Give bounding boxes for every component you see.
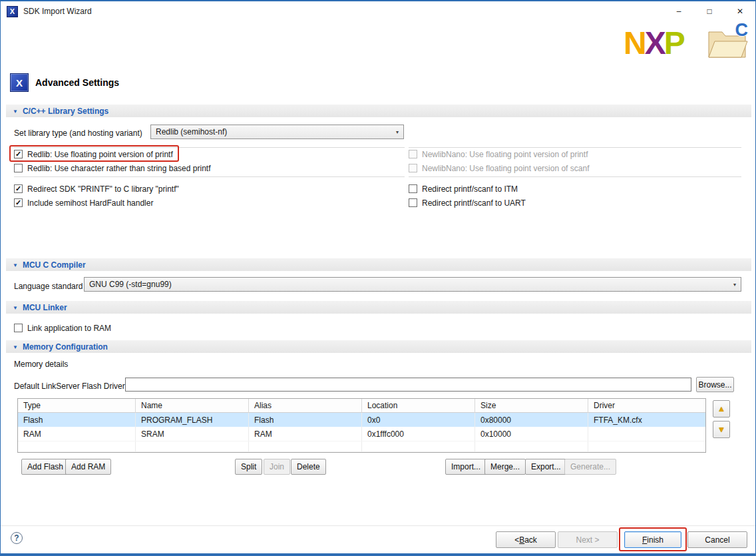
- checkbox-label: Redirect printf/scanf to ITM: [422, 184, 518, 194]
- cancel-button[interactable]: Cancel: [687, 531, 747, 548]
- import-button[interactable]: Import...: [445, 459, 486, 475]
- check-icon: ✓: [15, 150, 21, 158]
- nxp-letter-x: X: [645, 25, 664, 61]
- checkbox-redlib-char-printf[interactable]: Redlib: Use character rather than string…: [14, 163, 210, 173]
- checkbox-label: Link application to RAM: [27, 324, 111, 333]
- cell-name: PROGRAM_FLASH: [136, 413, 249, 427]
- nxp-logo: NXP: [624, 27, 683, 59]
- export-button[interactable]: Export...: [525, 459, 567, 475]
- merge-button[interactable]: Merge...: [484, 459, 526, 475]
- next-button: Next >: [558, 531, 618, 548]
- collapse-icon: ▼: [13, 262, 18, 268]
- checkbox-box-unchecked: [14, 324, 23, 332]
- cell-alias: RAM: [249, 427, 362, 441]
- join-button: Join: [264, 459, 290, 475]
- section-compiler-title: MCU C Compiler: [23, 260, 86, 270]
- section-mcu-c-compiler[interactable]: ▼ MCU C Compiler: [6, 258, 751, 271]
- back-prefix: <: [514, 535, 519, 545]
- back-rest: ack: [524, 535, 537, 545]
- help-icon[interactable]: ?: [11, 532, 23, 544]
- advanced-settings-icon-letter: X: [16, 77, 23, 89]
- maximize-button[interactable]: □: [694, 1, 725, 21]
- section-mcu-linker[interactable]: ▼ MCU Linker: [6, 301, 751, 314]
- checkbox-box-checked: ✓: [14, 150, 23, 158]
- checkbox-newlibnano-float-printf: NewlibNano: Use floating point version o…: [409, 149, 588, 159]
- checkbox-redirect-itm[interactable]: Redirect printf/scanf to ITM: [409, 184, 518, 194]
- finish-mnemonic: F: [642, 535, 647, 545]
- separator-line: [409, 176, 741, 177]
- checkbox-label: Include semihost HardFault handler: [27, 198, 153, 208]
- table-row-flash[interactable]: Flash PROGRAM_FLASH Flash 0x0 0x80000 FT…: [18, 413, 705, 427]
- cell-empty: [18, 441, 136, 451]
- cell-driver: [588, 427, 705, 441]
- cell-driver: FTFA_KM.cfx: [588, 413, 705, 427]
- checkbox-redlib-float-printf[interactable]: ✓ Redlib: Use floating point version of …: [14, 149, 173, 159]
- checkbox-redirect-uart[interactable]: Redirect printf/scanf to UART: [409, 198, 526, 208]
- checkbox-label: Redirect SDK "PRINTF" to C library "prin…: [27, 184, 179, 194]
- column-header-driver[interactable]: Driver: [588, 399, 705, 413]
- add-flash-button[interactable]: Add Flash: [21, 459, 69, 475]
- delete-button[interactable]: Delete: [291, 459, 326, 475]
- table-row-empty[interactable]: [18, 441, 705, 452]
- section-memory-configuration[interactable]: ▼ Memory Configuration: [6, 340, 751, 353]
- cell-empty: [362, 441, 475, 451]
- section-library-settings[interactable]: ▼ C/C++ Library Settings: [6, 105, 751, 117]
- footer-separator: [1, 525, 755, 526]
- checkbox-include-semihost-hardfault[interactable]: ✓ Include semihost HardFault handler: [14, 198, 153, 208]
- close-button[interactable]: ✕: [725, 1, 755, 21]
- finish-button[interactable]: Finish: [624, 531, 681, 548]
- checkbox-redirect-sdk-printf[interactable]: ✓ Redirect SDK "PRINTF" to C library "pr…: [14, 184, 179, 194]
- memory-table-header: Type Name Alias Location Size Driver: [18, 399, 705, 413]
- nxp-letter-p: P: [664, 25, 683, 61]
- column-header-location[interactable]: Location: [362, 399, 475, 413]
- library-type-combo[interactable]: Redlib (semihost-nf) ▾: [150, 125, 404, 139]
- cell-location: 0x0: [362, 413, 475, 427]
- move-down-button[interactable]: ▼: [713, 421, 730, 438]
- checkbox-label: Redlib: Use floating point version of pr…: [27, 150, 173, 159]
- browse-button[interactable]: Browse...: [696, 377, 734, 392]
- column-header-alias[interactable]: Alias: [249, 399, 362, 413]
- app-icon-letter: X: [10, 7, 15, 15]
- cell-empty: [588, 441, 705, 451]
- cell-empty: [249, 441, 362, 451]
- language-standard-label: Language standard: [14, 282, 83, 291]
- split-button[interactable]: Split: [235, 459, 262, 475]
- move-up-button[interactable]: ▲: [713, 400, 730, 417]
- cell-name: SRAM: [136, 427, 249, 441]
- nxp-letter-n: N: [624, 25, 645, 61]
- cell-location: 0x1fffc000: [362, 427, 475, 441]
- language-standard-combo[interactable]: GNU C99 (-std=gnu99) ▾: [84, 277, 741, 292]
- language-standard-value: GNU C99 (-std=gnu99): [89, 280, 172, 289]
- column-header-type[interactable]: Type: [18, 399, 136, 413]
- collapse-icon: ▼: [13, 344, 18, 350]
- minimize-button[interactable]: –: [663, 1, 694, 21]
- library-type-value: Redlib (semihost-nf): [156, 127, 227, 137]
- back-button[interactable]: < Back: [496, 531, 556, 548]
- up-arrow-icon: ▲: [717, 404, 725, 414]
- table-row-ram[interactable]: RAM SRAM RAM 0x1fffc000 0x10000: [18, 427, 705, 441]
- down-arrow-icon: ▼: [717, 425, 725, 434]
- separator-line: [14, 176, 405, 177]
- flash-driver-label: Default LinkServer Flash Driver: [14, 382, 125, 391]
- checkbox-link-application-to-ram[interactable]: Link application to RAM: [14, 323, 111, 333]
- window-title: SDK Import Wizard: [23, 7, 92, 16]
- column-header-name[interactable]: Name: [136, 399, 249, 413]
- add-ram-button[interactable]: Add RAM: [65, 459, 111, 475]
- sdk-import-wizard-window: X SDK Import Wizard – □ ✕ NXP C X Advanc…: [0, 0, 756, 556]
- app-icon: X: [7, 6, 18, 17]
- column-header-size[interactable]: Size: [475, 399, 588, 413]
- checkbox-box-unchecked: [409, 184, 417, 193]
- cell-empty: [136, 441, 249, 451]
- back-mnemonic: B: [519, 535, 524, 545]
- check-icon: ✓: [15, 185, 21, 192]
- checkbox-box-unchecked: [14, 164, 23, 172]
- checkbox-box-unchecked: [409, 150, 417, 158]
- flash-driver-input[interactable]: [125, 378, 691, 392]
- check-icon: ✓: [15, 199, 21, 206]
- chevron-down-icon: ▾: [396, 129, 399, 135]
- checkbox-box-checked: ✓: [14, 184, 23, 193]
- checkbox-box-unchecked: [409, 164, 417, 172]
- checkbox-label: Redirect printf/scanf to UART: [422, 198, 526, 208]
- cell-type: Flash: [18, 413, 136, 427]
- c-folder-icon: C: [705, 23, 750, 61]
